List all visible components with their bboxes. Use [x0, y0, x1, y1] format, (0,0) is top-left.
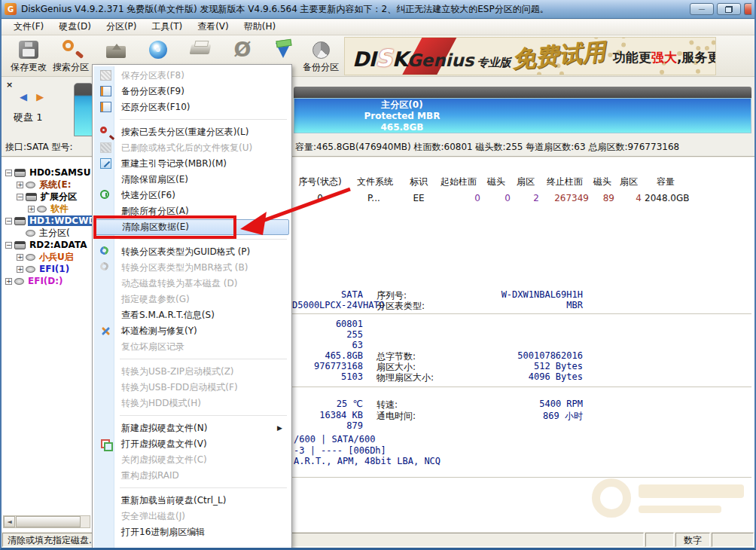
context-menu-item[interactable]: 搜索已丢失分区(重建分区表)(L) — [95, 124, 289, 140]
menubar-item[interactable]: 查看(V) — [190, 19, 236, 35]
tree-item[interactable]: +软件 — [28, 203, 70, 215]
detail-row: -3 | ---- [006Dh] — [292, 445, 751, 456]
context-menu-item[interactable]: 指定硬盘参数(G) — [95, 292, 289, 307]
scrollbar-thumb[interactable] — [16, 516, 81, 527]
context-menu-item[interactable]: 关闭虚拟硬盘文件(C) — [95, 452, 289, 468]
search-partition-button[interactable]: 搜索分区 — [50, 38, 92, 74]
tree-item[interactable]: −HD1:WDCWD — [5, 215, 97, 227]
collapse-icon[interactable]: − — [5, 218, 12, 225]
menubar-item[interactable]: 工具(T) — [144, 19, 190, 35]
context-menu-item[interactable]: 快速分区(F6) — [95, 188, 289, 203]
restore-button[interactable] — [717, 3, 741, 15]
collapse-icon[interactable]: − — [17, 194, 23, 200]
context-menu-item[interactable]: 重建主引导记录(MBR)(M) — [95, 156, 289, 172]
context-menu-item[interactable]: 保存分区表(F8) — [95, 68, 289, 84]
detail-left-value: 16384 KB — [292, 410, 363, 420]
menubar-item[interactable]: 硬盘(D) — [51, 19, 99, 35]
context-menu-item[interactable]: 坏道检测与修复(Y) — [95, 323, 289, 339]
banner-trial-text: 免费试用 — [511, 37, 606, 75]
context-menu-item[interactable]: 查看S.M.A.R.T.信息(S) — [95, 307, 289, 323]
recover-icon — [103, 38, 129, 61]
partition-icon — [37, 206, 47, 212]
tree-item[interactable]: −RD2:ADATA — [5, 239, 89, 251]
context-menu-item[interactable]: 转换为USB-FDD启动模式(F) — [95, 380, 289, 396]
menu-item-label: 转换为USB-ZIP启动模式(Z) — [121, 366, 234, 377]
status-end-segment — [712, 533, 754, 547]
tree-item[interactable]: −扩展分区 — [17, 191, 78, 203]
context-menu-item[interactable]: 重构虚拟RAID — [95, 468, 289, 484]
menubar-item[interactable]: 分区(P) — [99, 19, 145, 35]
partition-icon — [26, 254, 35, 261]
partition-size: 465.8GB — [308, 122, 496, 133]
print-button[interactable] — [179, 38, 221, 61]
delete-button[interactable] — [262, 38, 304, 61]
detail-left-value: SATA — [292, 289, 363, 300]
detail-row: D5000LPCX-24VHATO分区表类型:MBR — [292, 300, 751, 310]
menu-item-label: 复位坏扇区记录 — [121, 341, 184, 352]
tree-item[interactable]: +EFI(D:) — [5, 275, 65, 287]
context-menu-item[interactable]: 转换为HDD模式(H) — [95, 396, 289, 411]
disk-tab-label[interactable]: 硬盘 1 — [14, 111, 42, 124]
detail-row: 60801 — [292, 319, 751, 329]
search-lost-icon — [100, 127, 107, 133]
partition-icon — [14, 278, 24, 285]
expand-icon[interactable]: + — [17, 266, 23, 273]
expand-icon[interactable]: + — [17, 182, 23, 188]
tree-item[interactable]: 主分区( — [17, 227, 72, 239]
tree-item-label: 小兵U启 — [38, 251, 75, 264]
horizontal-scrollbar[interactable]: ◄ — [3, 515, 90, 528]
context-menu-item[interactable]: 转换为USB-ZIP启动模式(Z) — [95, 364, 289, 380]
burn-cd-button[interactable] — [137, 38, 179, 61]
open-vdisk-icon — [100, 438, 111, 449]
expand-icon[interactable]: + — [5, 278, 12, 285]
banner-slogan: 功能更强大,服务更贴心 — [613, 49, 716, 66]
expand-icon[interactable]: + — [28, 206, 35, 212]
bad-track-icon — [100, 325, 111, 336]
context-menu-item[interactable]: 重新加载当前硬盘(Ctrl_L) — [95, 493, 289, 509]
prev-disk-arrow[interactable]: ◀ — [20, 91, 30, 102]
next-disk-arrow[interactable]: ▶ — [36, 91, 47, 102]
menu-item-label: 快速分区(F6) — [121, 190, 175, 200]
context-menu-item[interactable]: 安全弹出磁盘(J) — [95, 509, 289, 524]
expand-icon[interactable]: + — [17, 254, 23, 261]
context-menu-item[interactable]: 备份分区表(F9) — [95, 84, 289, 99]
scroll-left-button[interactable]: ◄ — [4, 516, 15, 527]
partition-block-main[interactable]: 主分区(0) Protected MBR 465.8GB — [294, 98, 751, 133]
promo-banner[interactable]: DISKGenius专业版 免费试用 功能更强大,服务更贴心 — [344, 37, 716, 75]
collapse-icon[interactable]: − — [5, 242, 12, 249]
recover-files-button[interactable] — [95, 38, 137, 61]
context-menu-item[interactable]: 已删除或格式化后的文件恢复(U) — [95, 140, 289, 156]
tree-item[interactable]: +系统(E: — [17, 179, 72, 191]
erase-button[interactable]: Ø — [221, 38, 264, 61]
context-menu-item[interactable]: 还原分区表(F10) — [95, 99, 289, 115]
menu-item-label: 重建主引导记录(MBR)(M) — [121, 158, 227, 169]
context-menu-item[interactable]: 动态磁盘转换为基本磁盘 (D) — [95, 276, 289, 292]
detail-label: 分区表类型: — [376, 300, 425, 313]
minimize-button[interactable]: — — [690, 3, 714, 15]
context-menu-item[interactable]: 转换分区表类型为GUID格式 (P) — [95, 244, 289, 260]
tree-item[interactable]: +EFI(1) — [17, 263, 71, 275]
menubar-item[interactable]: 文件(F) — [6, 19, 51, 35]
context-menu-item[interactable]: 转换分区表类型为MBR格式 (B) — [95, 260, 289, 276]
tree-item[interactable]: +小兵U启 — [17, 251, 75, 263]
menubar-item[interactable]: 帮助(H) — [236, 19, 283, 35]
context-menu-item[interactable]: 清除保留扇区(E) — [95, 172, 289, 188]
partition-block-partial[interactable] — [74, 83, 93, 136]
context-menu-item[interactable]: 新建虚拟硬盘文件(N)▶ — [95, 420, 289, 436]
context-menu-item[interactable]: 打开16进制扇区编辑 — [95, 524, 289, 540]
collapse-icon[interactable]: − — [5, 170, 12, 176]
tree-item[interactable]: −HD0:SAMSU — [5, 167, 92, 179]
save-changes-button[interactable]: 保存更改 — [8, 38, 50, 74]
partition-icon — [26, 182, 35, 188]
toolbar-button-label: 保存更改 — [8, 61, 50, 74]
detail-left-value: 879 — [292, 420, 363, 431]
context-menu-item[interactable]: 复位坏扇区记录 — [95, 339, 289, 355]
panel-close-icon[interactable]: × — [6, 81, 13, 89]
menu-item-label: 搜索已丢失分区(重建分区表)(L) — [121, 127, 248, 137]
detail-row: 879 — [292, 420, 751, 431]
cd-icon — [145, 38, 171, 61]
backup-partition-button[interactable]: 备份分区 — [300, 38, 342, 74]
menu-item-label: 转换为USB-FDD启动模式(F) — [121, 382, 238, 393]
close-button[interactable] — [744, 3, 751, 15]
context-menu-item[interactable]: 打开虚拟硬盘文件(V) — [95, 436, 289, 452]
